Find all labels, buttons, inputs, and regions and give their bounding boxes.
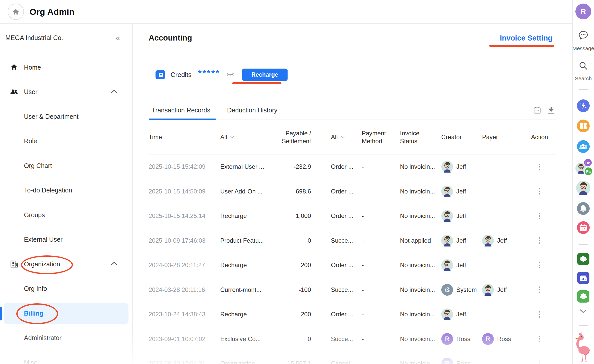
search-icon[interactable]: [579, 61, 588, 71]
search-label[interactable]: Search: [575, 75, 592, 82]
cell-status: Order ...: [311, 311, 362, 318]
cell-type: Product Featu...: [220, 237, 281, 244]
user-avatar[interactable]: R: [575, 4, 591, 19]
eye-closed-icon[interactable]: [226, 72, 234, 77]
brick-green-icon[interactable]: [577, 290, 589, 303]
sidebar-item-external-user[interactable]: External User: [0, 227, 132, 252]
row-actions-menu[interactable]: [523, 360, 556, 364]
rail-divider: [579, 325, 588, 326]
creator-avatar: [441, 186, 453, 197]
sidebar-item-home[interactable]: Home: [0, 55, 132, 80]
tab-transaction-records[interactable]: Transaction Records: [149, 101, 213, 120]
row-actions-menu[interactable]: [523, 213, 556, 219]
people-group-icon[interactable]: [577, 140, 590, 153]
cell-payment-method: -: [362, 360, 400, 364]
col-header-payment-method: PaymentMethod: [362, 129, 400, 145]
calendar-27-icon[interactable]: 27: [577, 221, 590, 234]
wallet-icon: [155, 70, 165, 80]
status-filter-dropdown[interactable]: All: [331, 134, 362, 141]
row-actions-menu[interactable]: [523, 287, 556, 293]
sidebar-item-role[interactable]: Role: [0, 129, 132, 154]
chevron-down-icon: [230, 136, 234, 138]
tab-deduction-history[interactable]: Deduction History: [224, 101, 280, 120]
chevron-up-icon[interactable]: [111, 262, 118, 266]
cell-payer: Jeff: [482, 235, 523, 246]
cell-amount: -232.9: [281, 163, 311, 170]
org-avatar-cluster-icon[interactable]: Ro Fa: [575, 159, 591, 175]
date-filter-calendar-icon[interactable]: [533, 106, 541, 114]
home-icon: [10, 63, 18, 71]
cell-type: Exclusive Co...: [220, 335, 281, 343]
sidebar-item-billing[interactable]: Billing: [0, 301, 132, 326]
cell-creator: Jeff: [441, 186, 482, 197]
table-row: 2025-10-15 14:50:09 User Add-On ... -698…: [149, 179, 556, 204]
sidebar-item-user-department[interactable]: User & Department: [0, 104, 132, 129]
cell-time: 2025-10-15 15:42:09: [149, 163, 220, 170]
cell-amount: 200: [281, 311, 311, 318]
type-filter-dropdown[interactable]: All: [220, 134, 281, 141]
transactions-card: Transaction Records Deduction History: [149, 101, 556, 364]
table-row: 2025-10-15 14:25:14 Recharge 1,000 Order…: [149, 204, 556, 228]
payer-name: Jeff: [497, 237, 507, 244]
cell-type: External User ...: [220, 163, 281, 170]
app-grid-icon[interactable]: [577, 120, 590, 132]
creator-avatar system-gear-icon: ⚙: [441, 284, 453, 296]
sidebar-item-user[interactable]: User: [0, 80, 132, 105]
sidebar-item-org-chart[interactable]: Org Chart: [0, 153, 132, 178]
cell-invoice-status: No invoicin...: [400, 360, 441, 364]
row-actions-menu[interactable]: [523, 262, 556, 268]
download-icon[interactable]: [547, 106, 555, 114]
recharge-button[interactable]: Recharge: [242, 69, 288, 81]
cell-status: Order ...: [311, 163, 362, 170]
jeff-avatar: [441, 161, 453, 173]
jeff-avatar: [441, 235, 453, 246]
sidebar-header: MEGA Industrial Co. «: [0, 24, 132, 52]
table-row: 2024-03-28 20:11:27 Recharge 200 Order .…: [149, 253, 556, 278]
cell-creator: Jeff: [441, 210, 482, 222]
cell-status: Succe...: [311, 237, 362, 244]
invoice-setting-link[interactable]: Invoice Setting: [500, 24, 552, 52]
row-actions-menu[interactable]: [523, 164, 556, 170]
sidebar-item-todo-delegation[interactable]: To-do Delegation: [0, 178, 132, 203]
cell-amount: 1,000: [281, 212, 311, 219]
sidebar-item-administrator[interactable]: Administrator: [0, 326, 132, 350]
sidebar-item-label: Organization: [24, 261, 60, 268]
col-header-invoice-status: InvoiceStatus: [400, 129, 441, 145]
cell-invoice-status: No invoicin...: [400, 286, 441, 293]
banknote-icon[interactable]: [577, 272, 589, 284]
cell-invoice-status: No invoicin...: [400, 188, 441, 195]
sidebar-item-misc[interactable]: Misc.: [0, 350, 132, 364]
cell-type: User Add-On ...: [220, 188, 281, 195]
creator-name: Jeff: [456, 163, 466, 170]
row-actions-menu[interactable]: [523, 188, 556, 194]
message-label[interactable]: Message: [572, 45, 594, 51]
chevron-down-icon: [341, 136, 345, 138]
creator-name: Jeff: [456, 237, 466, 244]
cell-payment-method: -: [362, 188, 400, 195]
sidebar-collapse-icon[interactable]: «: [115, 33, 120, 43]
cell-status: Order ...: [311, 212, 362, 219]
user-avatar-jeff[interactable]: [576, 181, 590, 196]
cell-payment-method: -: [362, 163, 400, 170]
message-icon[interactable]: [578, 31, 588, 41]
flamingo-mascot[interactable]: [574, 331, 593, 363]
cell-time: 2023-09-01 10:07:02: [149, 335, 220, 343]
sidebar-item-groups[interactable]: Groups: [0, 203, 132, 227]
chevron-up-icon[interactable]: [111, 90, 118, 94]
sidebar-item-org-info[interactable]: Org Info: [0, 277, 132, 301]
cell-type: Recharge: [220, 212, 281, 219]
row-actions-menu[interactable]: [523, 237, 556, 244]
home-circle-button[interactable]: [8, 4, 24, 20]
row-actions-menu[interactable]: [523, 311, 556, 318]
cell-invoice-status: No invoicin...: [400, 212, 441, 219]
sidebar-item-organization[interactable]: Organization: [0, 252, 132, 277]
cell-time: 2023-08-30 17:54:31: [149, 360, 220, 364]
chevron-down-icon[interactable]: [579, 309, 587, 314]
row-actions-menu[interactable]: [523, 336, 556, 342]
cell-type: Current-mont...: [220, 286, 281, 293]
bell-icon[interactable]: [577, 202, 590, 215]
cell-time: 2024-03-28 20:11:16: [149, 286, 220, 293]
brick-dark-green-icon[interactable]: [577, 253, 589, 265]
creator-avatar: [441, 308, 453, 320]
lightning-icon[interactable]: [577, 99, 590, 112]
